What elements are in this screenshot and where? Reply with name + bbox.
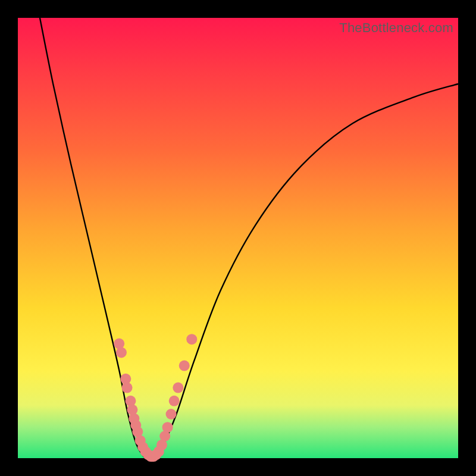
scatter-dot: [127, 405, 137, 415]
scatter-dot: [125, 396, 136, 406]
scatter-dots: [114, 334, 197, 462]
scatter-dot: [186, 334, 197, 345]
scatter-dot: [166, 409, 177, 419]
scatter-dot: [173, 383, 183, 393]
scatter-dot: [122, 383, 133, 393]
scatter-dot: [116, 347, 127, 358]
bottleneck-curve-path: [40, 18, 458, 459]
outer-frame: TheBottleneck.com: [0, 0, 476, 476]
curve-svg: [18, 18, 458, 458]
plot-area: TheBottleneck.com: [18, 18, 458, 458]
scatter-dot: [169, 396, 180, 406]
scatter-dot: [179, 361, 190, 371]
scatter-dot: [162, 422, 173, 433]
